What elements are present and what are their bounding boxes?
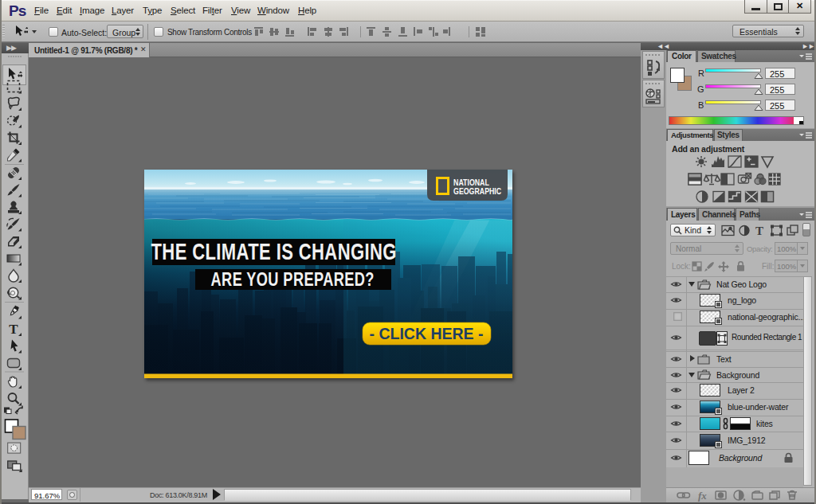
svg-text:T: T xyxy=(755,225,763,236)
svg-text:fx: fx xyxy=(698,490,707,502)
svg-text:- CLICK HERE -: - CLICK HERE - xyxy=(370,325,484,342)
svg-text:NATIONAL: NATIONAL xyxy=(453,178,489,188)
svg-text:GEOGRAPHIC: GEOGRAPHIC xyxy=(453,187,501,197)
svg-text:ARE YOU PREPARED?: ARE YOU PREPARED? xyxy=(211,269,375,291)
svg-text:THE CLIMATE IS CHANGING: THE CLIMATE IS CHANGING xyxy=(151,239,397,264)
svg-text:T: T xyxy=(9,322,18,337)
